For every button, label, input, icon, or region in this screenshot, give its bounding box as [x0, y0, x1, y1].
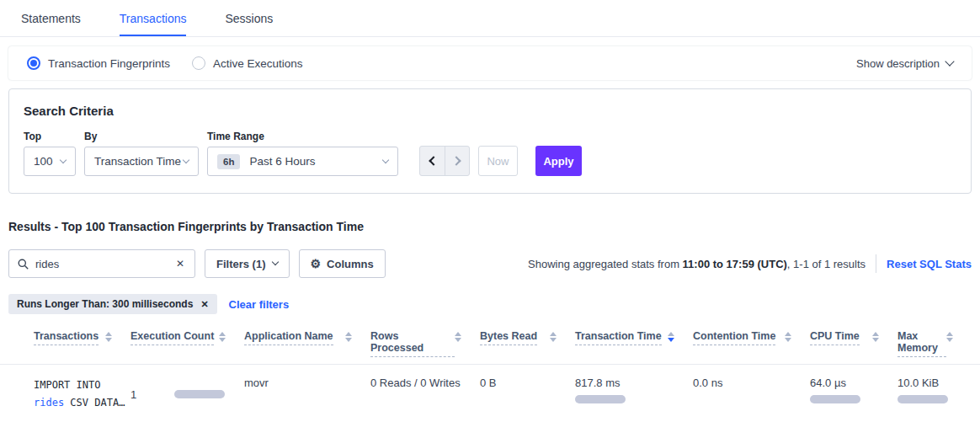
filters-button[interactable]: Filters (1) — [205, 249, 290, 278]
chevron-down-icon — [60, 156, 67, 163]
transaction-fingerprint-link[interactable]: IMPORT INTO rides CSV DATA… — [34, 377, 130, 412]
page-content: Statements Transactions Sessions Transac… — [0, 0, 980, 422]
cpu-time-bar — [810, 395, 860, 403]
radio-transaction-fingerprints[interactable]: Transaction Fingerprints — [27, 56, 170, 70]
radio-active-executions[interactable]: Active Executions — [192, 56, 303, 70]
results-heading: Results - Top 100 Transaction Fingerprin… — [8, 220, 972, 233]
chevron-down-icon — [271, 259, 278, 265]
radio-label: Active Executions — [213, 57, 303, 70]
by-field: By Transaction Time — [84, 131, 199, 176]
chevron-down-icon — [382, 156, 389, 163]
by-label: By — [84, 131, 199, 142]
bytes-read-cell: 0 B — [480, 377, 575, 412]
search-criteria-title: Search Criteria — [24, 104, 956, 118]
columns-button[interactable]: ⚙ Columns — [299, 249, 386, 278]
tab-statements[interactable]: Statements — [21, 2, 81, 36]
column-header-contention-time[interactable]: Contention Time — [693, 330, 810, 357]
chevron-left-icon — [429, 156, 438, 165]
active-filters-row: Runs Longer Than: 300 milliseconds ✕ Cle… — [8, 294, 972, 314]
filters-label: Filters (1) — [216, 258, 266, 270]
application-name-cell: movr — [244, 377, 370, 412]
search-criteria-card: Search Criteria Top 100 By Transaction T… — [8, 88, 972, 194]
by-select-value: Transaction Time — [94, 155, 181, 168]
tab-sessions[interactable]: Sessions — [225, 2, 273, 36]
results-toolbar: ✕ Filters (1) ⚙ Columns Showing aggregat… — [8, 249, 972, 278]
by-select[interactable]: Transaction Time — [84, 147, 199, 176]
sort-icon[interactable] — [455, 332, 461, 342]
table-row: IMPORT INTO rides CSV DATA… 1 movr 0 Rea… — [0, 365, 980, 422]
chevron-right-icon — [451, 156, 461, 165]
transaction-time-bar — [575, 395, 626, 403]
time-range-field: Time Range 6h Past 6 Hours — [207, 131, 398, 176]
search-box[interactable]: ✕ — [8, 249, 195, 278]
apply-button[interactable]: Apply — [535, 146, 582, 176]
execution-count-bar — [174, 390, 225, 398]
clear-search-icon[interactable]: ✕ — [174, 258, 186, 270]
top-select-value: 100 — [34, 155, 53, 168]
sort-icon[interactable] — [946, 332, 953, 342]
top-label: Top — [24, 131, 76, 142]
transaction-time-cell: 817.8 ms — [575, 377, 693, 412]
filter-pill-label: Runs Longer Than: 300 milliseconds — [17, 298, 193, 310]
filter-pill-runs-longer-than: Runs Longer Than: 300 milliseconds ✕ — [8, 294, 217, 314]
top-tab-bar: Statements Transactions Sessions — [0, 0, 980, 37]
rows-processed-cell: 0 Reads / 0 Writes — [370, 377, 480, 412]
sort-icon[interactable] — [219, 332, 226, 342]
top-select[interactable]: 100 — [24, 147, 76, 176]
time-window-arrows — [419, 146, 470, 176]
radio-selected-icon[interactable] — [27, 56, 40, 70]
gear-icon: ⚙ — [311, 257, 322, 270]
remove-filter-icon[interactable]: ✕ — [200, 299, 208, 310]
sort-icon[interactable] — [785, 332, 791, 342]
time-range-select[interactable]: 6h Past 6 Hours — [207, 147, 398, 176]
columns-label: Columns — [327, 258, 374, 270]
search-criteria-controls: Top 100 By Transaction Time Time Range 6… — [24, 131, 956, 176]
next-time-window-button[interactable] — [445, 147, 469, 175]
show-description-toggle[interactable]: Show description — [856, 57, 953, 70]
search-icon — [18, 259, 29, 270]
max-memory-cell: 10.0 KiB — [897, 377, 972, 412]
sort-icon[interactable] — [550, 332, 557, 342]
radio-label: Transaction Fingerprints — [48, 57, 170, 70]
chevron-down-icon — [183, 156, 189, 163]
now-button[interactable]: Now — [478, 146, 518, 176]
tab-transactions[interactable]: Transactions — [120, 2, 187, 36]
view-toggle-card: Transaction Fingerprints Active Executio… — [8, 46, 972, 80]
column-header-execution-count[interactable]: Execution Count — [130, 330, 244, 357]
max-memory-bar — [897, 395, 948, 403]
column-header-cpu-time[interactable]: CPU Time — [810, 330, 897, 357]
column-header-bytes-read[interactable]: Bytes Read — [480, 330, 575, 357]
aggregated-stats-text: Showing aggregated stats from 11:00 to 1… — [528, 258, 865, 270]
time-range-value: Past 6 Hours — [249, 155, 315, 168]
sort-icon-active-desc[interactable] — [668, 332, 674, 342]
column-header-transaction-time[interactable]: Transaction Time — [575, 330, 693, 357]
radio-unselected-icon[interactable] — [192, 56, 205, 70]
sort-icon[interactable] — [105, 332, 112, 342]
sort-icon[interactable] — [345, 332, 352, 342]
execution-count-cell: 1 — [130, 377, 244, 412]
show-description-label: Show description — [856, 57, 940, 70]
divider — [876, 254, 876, 273]
column-header-rows-processed[interactable]: Rows Processed — [370, 330, 480, 357]
search-input[interactable] — [35, 258, 174, 270]
transactions-table: Transactions Execution Count Application… — [0, 325, 980, 422]
column-header-application-name[interactable]: Application Name — [244, 330, 370, 357]
cpu-time-cell: 64.0 µs — [810, 377, 897, 412]
time-range-badge: 6h — [217, 154, 240, 169]
column-header-transactions[interactable]: Transactions — [34, 330, 130, 357]
previous-time-window-button[interactable] — [420, 147, 445, 175]
sort-icon[interactable] — [872, 332, 879, 342]
contention-time-cell: 0.0 ns — [693, 377, 810, 412]
reset-sql-stats-link[interactable]: Reset SQL Stats — [887, 258, 972, 270]
clear-filters-link[interactable]: Clear filters — [229, 298, 290, 311]
time-range-label: Time Range — [207, 131, 398, 142]
table-header-row: Transactions Execution Count Application… — [0, 325, 980, 365]
column-header-max-memory[interactable]: Max Memory — [897, 330, 972, 357]
chevron-down-icon — [945, 56, 954, 66]
top-field: Top 100 — [24, 131, 76, 176]
